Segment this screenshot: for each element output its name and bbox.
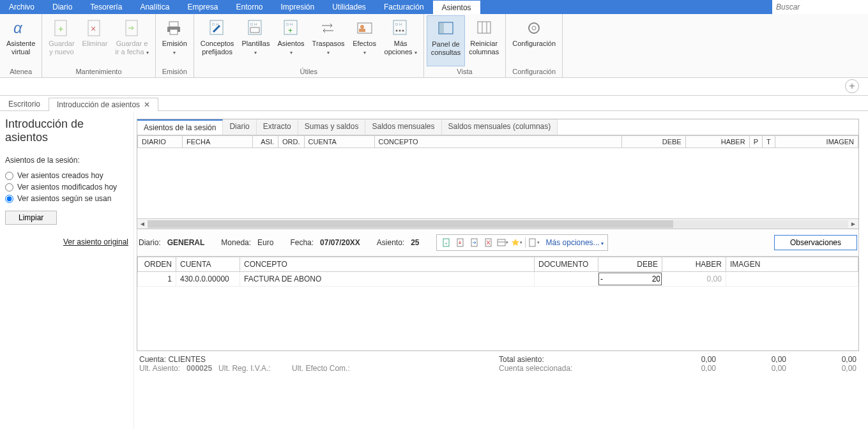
col-concepto[interactable]: CONCEPTO [374,136,621,148]
moneda-value: Euro [257,238,273,247]
panel-consultas-button[interactable]: Panel de consultas [427,15,465,66]
col-p[interactable]: P [749,136,762,148]
tool-star-icon[interactable]: ▾ [511,237,522,248]
reiniciar-columnas-button[interactable]: Reiniciar columnas [465,15,503,66]
subtab-extracto[interactable]: Extracto [257,119,298,135]
tool-grid-icon[interactable]: ▾ [497,237,508,248]
menu-asientos[interactable]: Asientos [433,0,480,14]
ver-asiento-original-link[interactable]: Ver asiento original [5,237,128,246]
menu-empresa[interactable]: Empresa [178,0,227,14]
menu-diario[interactable]: Diario [43,0,81,14]
tab-introduccion-asientos[interactable]: Introducción de asientos✕ [49,98,158,111]
col-t[interactable]: T [763,136,775,148]
asientos-utiles-button[interactable]: D H+ Asientos▾ [273,15,308,66]
svg-point-23 [399,30,401,32]
col-fecha[interactable]: FECHA [183,136,253,148]
cell-documento[interactable] [534,272,598,287]
left-panel: Introducción de asientos Asientos de la … [0,111,134,429]
dh-grid-icon: D H [245,18,266,38]
asistente-virtual-button[interactable]: α Asistente virtual [3,15,39,66]
subtab-asientos-sesion[interactable]: Asientos de la sesión [137,119,223,135]
svg-point-22 [396,30,398,32]
group-vista-label: Vista [427,66,503,77]
col-ord[interactable]: ORD. [278,136,305,148]
lcol-imagen[interactable]: IMAGEN [726,257,858,272]
scroll-left-icon[interactable]: ◄ [137,220,148,227]
subtab-sumas-saldos[interactable]: Sumas y saldos [298,119,366,135]
cell-haber[interactable]: 0,00 [662,272,726,287]
lcol-debe[interactable]: DEBE [598,257,662,272]
lcol-orden[interactable]: ORDEN [138,257,176,272]
horizontal-scrollbar[interactable]: ◄ ► [137,218,858,229]
lcol-cuenta[interactable]: CUENTA [176,257,240,272]
search-input[interactable] [776,3,864,11]
search-box[interactable] [772,0,868,14]
menu-facturacion[interactable]: Facturación [375,0,433,14]
guardar-ir-fecha-button[interactable]: Guardar e ir a fecha ▾ [111,15,152,66]
svg-point-30 [529,23,539,33]
status-amount: 0,00 [646,364,716,373]
guardar-y-nuevo-button[interactable]: + Guardar y nuevo [45,15,78,66]
menu-bar: Archivo Diario Tesorería Analítica Empre… [0,0,868,14]
mas-opciones-button[interactable]: D H Más opciones ▾ [381,15,421,66]
columns-icon [474,18,494,38]
emision-button[interactable]: Emisión▾ [158,15,191,66]
limpiar-button[interactable]: Limpiar [5,211,57,225]
radio-modificados-hoy[interactable]: Ver asientos modificados hoy [5,183,128,192]
mas-opciones-link[interactable]: Más opciones...▾ [546,238,604,247]
menu-impresion[interactable]: Impresión [271,0,323,14]
close-icon[interactable]: ✕ [144,100,150,109]
col-asi[interactable]: ASI. [253,136,278,148]
dh-plus-icon: D H+ [281,18,301,38]
cell-cuenta[interactable]: 430.0.0.00000 [176,272,240,287]
col-cuenta[interactable]: CUENTA [304,136,374,148]
scroll-right-icon[interactable]: ► [848,220,858,227]
tool-doc-right-icon[interactable] [469,237,480,248]
eliminar-button[interactable]: × Eliminar [79,15,112,66]
svg-rect-8 [170,29,178,34]
menu-entorno[interactable]: Entorno [227,0,271,14]
tab-escritorio[interactable]: Escritorio [0,97,49,110]
menu-utilidades[interactable]: Utilidades [323,0,375,14]
subtab-saldos-mensuales-col[interactable]: Saldos mensuales (columnas) [442,119,558,135]
scroll-thumb[interactable] [148,220,673,228]
table-row[interactable]: 1 430.0.0.00000 FACTURA DE ABONO 0,00 [138,272,858,287]
add-button[interactable]: + [845,79,859,93]
col-imagen[interactable]: IMAGEN [775,136,858,148]
status-amount: 0,00 [646,355,716,364]
configuracion-button[interactable]: Configuración [508,15,560,66]
radio-segun-usan[interactable]: Ver asientos según se usan [5,194,128,203]
menu-archivo[interactable]: Archivo [0,0,43,14]
debe-input[interactable] [598,273,662,285]
col-diario[interactable]: DIARIO [138,136,183,148]
subtab-saldos-mensuales[interactable]: Saldos mensuales [365,119,441,135]
lcol-documento[interactable]: DOCUMENTO [534,257,598,272]
tool-doc-del-icon[interactable] [483,237,494,248]
svg-text:D H: D H [250,22,257,26]
lcol-haber[interactable]: HABER [662,257,726,272]
traspasos-button[interactable]: Traspasos▾ [308,15,349,66]
group-utiles-label: Útiles [197,66,421,77]
status-ult-efecto-label: Ult. Efecto Com.: [292,364,350,373]
menu-tesoreria[interactable]: Tesorería [81,0,131,14]
tool-doc-down-icon[interactable] [455,237,466,248]
sub-tabs: Asientos de la sesión Diario Extracto Su… [137,119,858,135]
col-haber[interactable]: HABER [685,136,749,148]
observaciones-button[interactable]: Observaciones [774,235,857,250]
workspace-tabs: Escritorio Introducción de asientos✕ [0,96,868,111]
status-bar: Cuenta: CLIENTES Ult. Asiento: 000025 Ul… [137,351,859,374]
conceptos-prefijados-button[interactable]: D H Conceptos prefijados [197,15,238,66]
menu-analitica[interactable]: Analítica [131,0,178,14]
cell-imagen[interactable] [726,272,858,287]
chevron-down-icon: ▾ [254,50,257,56]
plantillas-button[interactable]: D H Plantillas▾ [238,15,273,66]
lcol-concepto[interactable]: CONCEPTO [240,257,535,272]
tool-doc2-icon[interactable]: ▾ [528,237,540,248]
efectos-button[interactable]: Efectos▾ [349,15,381,66]
add-row: + [0,78,868,96]
cell-concepto[interactable]: FACTURA DE ABONO [240,272,535,287]
radio-creados-hoy[interactable]: Ver asientos creados hoy [5,171,128,180]
tool-doc-add-icon[interactable]: + [441,237,452,248]
col-debe[interactable]: DEBE [621,136,685,148]
subtab-diario[interactable]: Diario [223,119,256,135]
